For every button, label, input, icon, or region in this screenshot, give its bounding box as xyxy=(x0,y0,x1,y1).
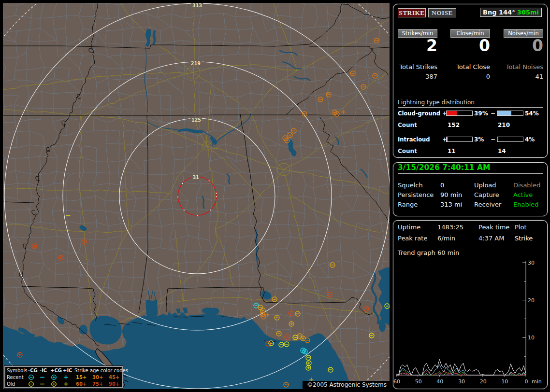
upload-status: Disabled xyxy=(513,182,540,189)
cg-neg-percent: 54% xyxy=(525,110,539,117)
ic-minus-sign: − xyxy=(491,136,495,143)
cg-neg-bar xyxy=(497,111,523,116)
total-strikes-label: Total Strikes xyxy=(398,63,437,70)
recent-cg-neg-icon xyxy=(28,374,34,380)
squelch-label: Squelch xyxy=(398,182,423,189)
strikes-per-min-value: 2 xyxy=(398,38,437,54)
cg-neg-count: 210 xyxy=(498,122,510,128)
total-close-label: Total Close xyxy=(450,63,490,70)
noises-per-min-column: Noises/min 0 Total Noises 41 xyxy=(504,29,543,80)
range-row: Range 313 mi Receiver Enabled xyxy=(398,201,543,210)
cg-pos-bar xyxy=(446,111,473,116)
squelch-value: 0 xyxy=(440,182,444,189)
persistence-row: Persistence 90 min Capture Active xyxy=(398,191,543,201)
ring-label-313: 313 xyxy=(192,3,202,9)
recent-cg-pos-icon xyxy=(51,374,57,380)
map-legend: Symbols -CG -IC +CG +IC Strike age color… xyxy=(4,366,123,388)
distribution-title: Lightning type distribution xyxy=(398,99,543,108)
ring-label-219: 219 xyxy=(191,60,201,67)
range-label: Range xyxy=(398,201,418,208)
ic-pos-bar xyxy=(446,137,473,142)
age-code-45: 45+ xyxy=(109,374,119,380)
ic-neg-bar xyxy=(497,137,523,142)
legend-col-ic-neg: -IC xyxy=(40,367,47,374)
persistence-label: Persistence xyxy=(398,191,434,198)
strike-mode-button[interactable]: STRIKE xyxy=(398,8,426,17)
trend-series-0 xyxy=(396,359,526,375)
trend-series-3 xyxy=(396,370,526,375)
legend-col-ic-pos: +IC xyxy=(63,367,72,374)
capture-status: Active xyxy=(513,191,533,198)
application-window: 31321912531 Symbols -CG -IC +CG +IC Stri… xyxy=(0,0,550,392)
svg-text:min: min xyxy=(532,378,542,385)
svg-text:30: 30 xyxy=(458,378,465,385)
receiver-label: Receiver xyxy=(474,201,501,208)
lightning-type-distribution: Lightning type distribution Cloud-ground… xyxy=(398,99,543,162)
strike-symbol-icp xyxy=(64,375,68,379)
total-strikes-value: 387 xyxy=(398,73,437,80)
legend-col-cg-pos: +CG xyxy=(50,367,62,374)
noises-per-min-value: 0 xyxy=(504,38,543,54)
receiver-status: Enabled xyxy=(513,201,539,208)
mode-button-row: STRIKE NOISE Bng 144° 305mi xyxy=(398,8,543,19)
datetime-display: 3/15/2026 7:40:11 AM xyxy=(398,164,543,174)
strike-symbol-cgp xyxy=(52,375,57,380)
legend-old-label: Old xyxy=(7,381,15,387)
ic-pos-percent: 3% xyxy=(474,136,484,143)
svg-text:20: 20 xyxy=(528,297,535,304)
age-code-60: 60+ xyxy=(76,381,87,387)
old-ic-neg-icon xyxy=(39,381,45,387)
persistence-value: 90 min xyxy=(440,191,462,198)
trend-graph-chart: 1020306050403020100min xyxy=(393,221,547,389)
ring-label-31: 31 xyxy=(192,174,199,181)
squelch-row: Squelch 0 Upload Disabled xyxy=(398,182,543,191)
age-code-15: 15+ xyxy=(76,374,87,380)
close-per-min-value: 0 xyxy=(450,38,490,54)
total-close-value: 0 xyxy=(450,73,490,80)
svg-text:50: 50 xyxy=(415,378,422,385)
capture-label: Capture xyxy=(474,191,499,198)
intracloud-count-row: Count 11 14 xyxy=(398,148,543,155)
svg-text:40: 40 xyxy=(436,378,443,385)
cloud-ground-count-row: Count 152 210 xyxy=(398,122,543,129)
cg-pos-percent: 39% xyxy=(474,110,488,117)
svg-text:60: 60 xyxy=(393,378,400,385)
status-panel: 3/15/2026 7:40:11 AM Squelch 0 Upload Di… xyxy=(393,162,548,216)
svg-text:20: 20 xyxy=(480,378,487,385)
ic-neg-percent: 4% xyxy=(525,136,535,143)
ic-count-label: Count xyxy=(398,148,417,154)
ic-pos-count: 11 xyxy=(448,148,456,154)
strike-symbol-cgm xyxy=(29,382,34,387)
bearing-distance: 305mi xyxy=(517,8,539,16)
cg-count-label: Count xyxy=(398,122,417,128)
age-code-90: 90+ xyxy=(109,381,119,387)
age-code-75: 75+ xyxy=(92,381,103,387)
intracloud-row: Intracloud + 3% − 4% xyxy=(398,136,543,144)
strike-symbol-cgp xyxy=(52,382,57,387)
strike-symbol-cgm xyxy=(29,375,34,380)
intracloud-label: Intracloud xyxy=(398,136,430,143)
age-code-30: 30+ xyxy=(92,374,103,380)
cg-minus-sign: − xyxy=(491,110,495,117)
svg-text:0: 0 xyxy=(525,378,528,385)
lightning-map[interactable]: 31321912531 xyxy=(3,3,390,389)
legend-col-cg-neg: -CG xyxy=(28,367,38,374)
total-noises-value: 41 xyxy=(504,73,543,80)
legend-age-title: Strike age color codes xyxy=(74,367,128,374)
upload-label: Upload xyxy=(474,182,496,189)
strikes-per-min-column: Strikes/min 2 Total Strikes 387 xyxy=(398,29,437,80)
range-value: 313 mi xyxy=(440,201,462,208)
legend-recent-label: Recent xyxy=(7,374,24,380)
ic-neg-count: 14 xyxy=(498,148,506,154)
bearing-value: Bng 144° xyxy=(483,8,515,16)
old-cg-neg-icon xyxy=(28,381,34,387)
cloud-ground-label: Cloud-ground xyxy=(398,110,440,117)
cg-pos-count: 152 xyxy=(448,122,460,128)
legend-symbols-title: Symbols xyxy=(7,367,27,374)
svg-text:10: 10 xyxy=(528,335,535,341)
noise-mode-button[interactable]: NOISE xyxy=(428,8,456,17)
close-per-min-column: Close/min 0 Total Close 0 xyxy=(450,29,490,80)
recent-ic-pos-icon xyxy=(63,374,69,380)
cloud-ground-row: Cloud-ground + 39% − 54% xyxy=(398,110,543,118)
old-ic-pos-icon xyxy=(63,381,69,387)
